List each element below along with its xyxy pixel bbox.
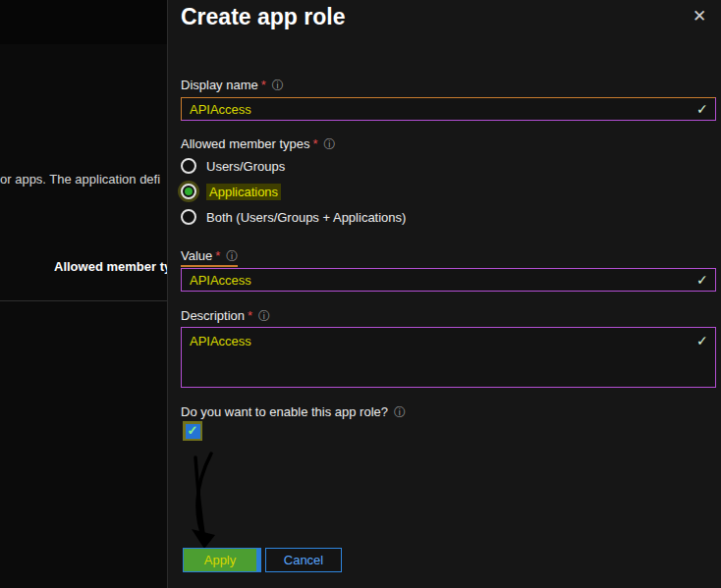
- required-asterisk: *: [248, 308, 252, 323]
- description-label-text: Description: [181, 308, 245, 323]
- description-label: Description*ⓘ: [181, 308, 270, 325]
- radio-users-groups[interactable]: Users/Groups: [181, 155, 285, 177]
- apply-button[interactable]: Apply: [183, 548, 261, 572]
- allowed-member-types-label: Allowed member types*ⓘ: [181, 136, 336, 153]
- required-asterisk: *: [313, 136, 318, 151]
- cancel-button[interactable]: Cancel: [265, 548, 342, 572]
- valid-check-icon: ✓: [696, 333, 708, 348]
- radio-applications[interactable]: Applications: [181, 181, 281, 202]
- radio-label: Applications: [206, 184, 281, 200]
- enable-checkbox[interactable]: ✓: [183, 421, 202, 441]
- info-icon: ⓘ: [324, 137, 336, 151]
- display-name-label: Display name*ⓘ: [181, 78, 284, 94]
- checkbox-check-icon: ✓: [186, 424, 200, 439]
- description-input[interactable]: APIAccess: [181, 327, 716, 388]
- background-column-header: Allowed member ty: [54, 259, 167, 274]
- required-asterisk: *: [261, 78, 266, 92]
- radio-label: Both (Users/Groups + Applications): [206, 210, 406, 225]
- info-icon: ⓘ: [394, 405, 406, 419]
- background-clipped-text: or apps. The application defi: [0, 172, 167, 187]
- divider: [0, 300, 167, 301]
- enable-question-text: Do you want to enable this app role?: [181, 404, 388, 419]
- value-label-text: Value: [181, 248, 212, 263]
- required-asterisk: *: [215, 248, 220, 263]
- info-icon: ⓘ: [272, 79, 284, 92]
- page-title: Create app role: [181, 4, 345, 30]
- info-icon: ⓘ: [258, 309, 270, 323]
- annotation-arrow: [183, 448, 232, 556]
- background-page: or apps. The application defi Allowed me…: [0, 0, 167, 588]
- annotation-underline: [181, 265, 238, 267]
- radio-both[interactable]: Both (Users/Groups + Applications): [181, 206, 406, 228]
- radio-icon[interactable]: [181, 209, 196, 225]
- close-icon[interactable]: ✕: [693, 8, 706, 25]
- value-input[interactable]: [181, 268, 716, 292]
- background-header-strip: [0, 0, 167, 44]
- create-app-role-panel: Create app role ✕ Display name*ⓘ ✓ Allow…: [167, 0, 721, 588]
- radio-label: Users/Groups: [206, 159, 285, 174]
- info-icon: ⓘ: [226, 249, 238, 263]
- radio-icon[interactable]: [181, 158, 196, 174]
- enable-question-label: Do you want to enable this app role?ⓘ: [181, 404, 406, 421]
- allowed-member-types-label-text: Allowed member types: [181, 136, 310, 151]
- radio-selected-icon[interactable]: [181, 184, 196, 199]
- valid-check-icon: ✓: [696, 101, 708, 117]
- value-label: Value*ⓘ: [181, 248, 238, 265]
- display-name-label-text: Display name: [181, 78, 258, 92]
- display-name-input[interactable]: [181, 97, 716, 121]
- valid-check-icon: ✓: [696, 272, 708, 288]
